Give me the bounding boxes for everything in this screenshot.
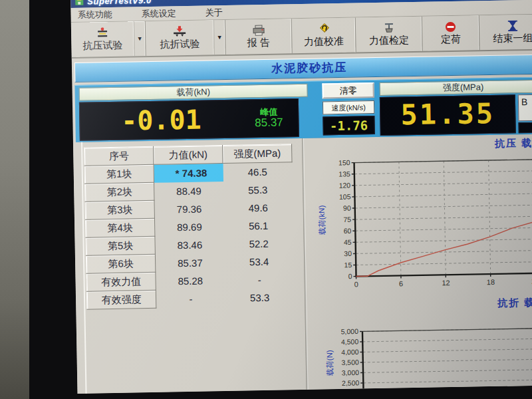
menu-item-about[interactable]: 关于 [205, 7, 222, 19]
speed-value: -1.76 [323, 116, 374, 135]
force-calibrate-icon [317, 23, 329, 35]
force-calibrate-button[interactable]: 力值校准 [292, 18, 356, 54]
row-label: 有效强度 [86, 290, 156, 309]
strength-cell[interactable]: - [225, 270, 294, 289]
menu-item-system-functions[interactable]: 系统功能 [77, 8, 112, 21]
window-title: SuperTestV9.0 [87, 0, 152, 7]
force-cell[interactable]: 85.37 [155, 253, 224, 273]
force-cell[interactable]: - [156, 289, 225, 309]
photo-of-monitor: SuperTestV9.0 系统功能 系统设定 关于 抗压试验 ▼ [0, 0, 532, 399]
svg-text:4,500: 4,500 [341, 338, 359, 346]
load-lcd: -0.01 峰值 85.37 [79, 98, 299, 141]
edge-cut-group: B [518, 94, 532, 134]
svg-text:135: 135 [338, 170, 350, 178]
flexural-test-icon [172, 25, 187, 37]
end-group-label: 结束一组 [493, 32, 532, 45]
force-cell[interactable]: 89.69 [154, 217, 223, 237]
svg-text:30: 30 [344, 249, 352, 257]
application-window: SuperTestV9.0 系统功能 系统设定 关于 抗压试验 ▼ [70, 0, 532, 394]
strength-cell[interactable]: 46.5 [223, 162, 292, 182]
strength-label: 强度(MPa) [379, 80, 532, 96]
main-area: 序号 力值(kN) 强度(MPa) 第1块 * 74.38 46.5 第2块 8… [73, 134, 532, 394]
strength-value: 51.35 [380, 94, 516, 136]
svg-text:60: 60 [344, 227, 352, 235]
row-label: 第3块 [85, 200, 154, 219]
force-cell[interactable]: 85.28 [156, 271, 225, 291]
strength-display-group: 强度(MPa) 51.35 B [379, 80, 532, 136]
printer-icon [251, 24, 265, 36]
compression-test-dropdown[interactable]: ▼ [134, 21, 146, 56]
svg-text:120: 120 [338, 181, 350, 189]
display-panel: 载荷(kN) -0.01 峰值 85.37 清零 速度(kN/s) -1.76 … [74, 77, 532, 144]
hold-load-button[interactable]: 定荷 [422, 15, 480, 51]
strength-cell[interactable]: 52.2 [224, 234, 293, 253]
load-value: -0.01 [80, 104, 243, 137]
force-verify-icon [382, 22, 394, 34]
peak-readout: 峰值 85.37 [242, 107, 299, 130]
svg-text:15: 15 [344, 261, 352, 269]
header-force: 力值(kN) [154, 146, 223, 165]
row-label: 有效力值 [86, 272, 156, 291]
compression-test-button[interactable]: 抗压试验 [71, 21, 135, 57]
compression-chart: 015304560759010512013515006121824载荷(kN) [307, 152, 532, 301]
partial-edge-lcd [519, 122, 532, 134]
svg-text:0: 0 [354, 281, 358, 289]
svg-text:0: 0 [348, 272, 352, 280]
svg-text:45: 45 [344, 238, 352, 246]
svg-text:2,500: 2,500 [342, 379, 360, 387]
speed-group: 清零 速度(kN/s) -1.76 [322, 82, 374, 135]
compression-test-label: 抗压试验 [82, 39, 122, 53]
partial-edge-button[interactable]: B [518, 94, 532, 122]
flexural-chart-block: 抗折 载荷 2,0002,5003,0003,5004,0004,5005,00… [310, 296, 532, 393]
selected-force-cell[interactable]: * 74.38 [154, 164, 223, 183]
svg-text:150: 150 [338, 158, 350, 166]
row-label: 第1块 [84, 164, 154, 184]
end-group-icon [507, 19, 518, 31]
zero-clear-button[interactable]: 清零 [322, 82, 374, 98]
force-cell[interactable]: 88.49 [154, 182, 223, 201]
svg-text:105: 105 [339, 192, 351, 200]
results-table: 序号 力值(kN) 强度(MPa) 第1块 * 74.38 46.5 第2块 8… [84, 144, 295, 309]
peak-value: 85.37 [242, 116, 295, 130]
svg-text:12: 12 [442, 279, 450, 287]
end-group-button[interactable]: 结束一组 [479, 15, 532, 51]
hold-load-label: 定荷 [441, 33, 461, 47]
flexural-test-button[interactable]: 抗折试验 [146, 20, 215, 56]
flexural-test-label: 抗折试验 [160, 38, 200, 51]
force-calibrate-label: 力值校准 [304, 35, 344, 49]
results-panel: 序号 力值(kN) 强度(MPa) 第1块 * 74.38 46.5 第2块 8… [81, 138, 307, 394]
row-label: 第6块 [86, 254, 155, 273]
strength-cell[interactable]: 53.3 [225, 288, 294, 307]
speed-label: 速度(kN/s) [323, 100, 374, 114]
svg-text:3,500: 3,500 [341, 358, 359, 366]
svg-text:3,000: 3,000 [342, 368, 360, 376]
menu-item-system-settings[interactable]: 系统设定 [141, 7, 176, 20]
table-row: 有效强度 - 53.3 [86, 288, 294, 309]
force-cell[interactable]: 79.36 [154, 200, 223, 219]
compression-chart-block: 抗压 载荷 015304560759010512013515006121824载… [307, 137, 532, 301]
row-label: 第2块 [85, 182, 154, 201]
force-cell[interactable]: 83.46 [155, 235, 224, 255]
header-seq: 序号 [84, 146, 154, 166]
compression-test-group: 抗压试验 ▼ [71, 21, 146, 57]
app-icon [74, 0, 84, 7]
svg-text:4,000: 4,000 [341, 348, 359, 356]
svg-text:载荷(N): 载荷(N) [325, 350, 334, 376]
load-display-group: 载荷(kN) -0.01 峰值 85.37 [79, 84, 309, 141]
flexural-test-dropdown[interactable]: ▼ [214, 20, 225, 55]
flexural-test-group: 抗折试验 ▼ [146, 20, 226, 56]
compression-test-icon [96, 27, 109, 39]
svg-text:18: 18 [487, 278, 495, 286]
hold-load-icon [445, 21, 456, 33]
flexural-chart: 2,0002,5003,0003,5004,0004,5005,000载荷(N) [311, 311, 532, 393]
strength-cell[interactable]: 53.4 [224, 252, 293, 271]
row-label: 第5块 [86, 236, 155, 255]
report-button[interactable]: 报 告 [225, 19, 293, 55]
strength-cell[interactable]: 56.1 [223, 216, 293, 235]
strength-cell[interactable]: 49.6 [223, 198, 293, 217]
row-label: 第4块 [85, 218, 154, 237]
force-verify-label: 力值检定 [369, 34, 409, 47]
svg-text:5,000: 5,000 [341, 327, 359, 335]
force-verify-button[interactable]: 力值检定 [356, 17, 423, 53]
strength-cell[interactable]: 55.3 [223, 180, 293, 200]
